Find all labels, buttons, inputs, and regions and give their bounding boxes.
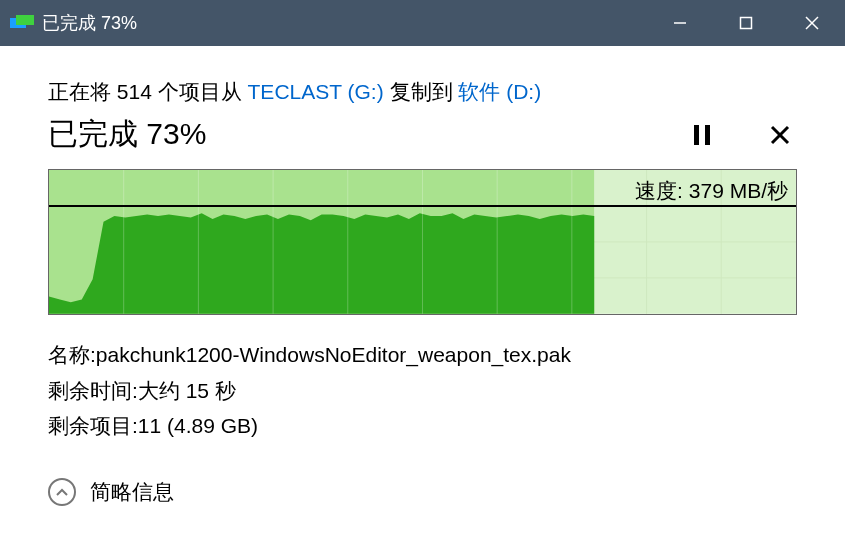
copy-middle: 复制到 xyxy=(384,80,459,103)
svg-rect-7 xyxy=(705,125,710,145)
brief-info-label: 简略信息 xyxy=(90,478,174,506)
copy-description: 正在将 514 个项目从 TECLAST (G:) 复制到 软件 (D:) xyxy=(48,78,797,106)
file-name-value: pakchunk1200-WindowsNoEditor_weapon_tex.… xyxy=(96,337,571,373)
time-remaining-row: 剩余时间: 大约 15 秒 xyxy=(48,373,797,409)
time-remaining-label: 剩余时间: xyxy=(48,373,138,409)
progress-controls xyxy=(691,124,797,146)
items-remaining-label: 剩余项目: xyxy=(48,408,138,444)
svg-rect-6 xyxy=(694,125,699,145)
time-remaining-value: 大约 15 秒 xyxy=(138,373,236,409)
maximize-button[interactable] xyxy=(713,0,779,46)
minimize-button[interactable] xyxy=(647,0,713,46)
file-name-row: 名称: pakchunk1200-WindowsNoEditor_weapon_… xyxy=(48,337,797,373)
copy-progress-icon xyxy=(10,14,34,32)
source-drive-link[interactable]: TECLAST (G:) xyxy=(248,80,384,103)
brief-info-toggle[interactable]: 简略信息 xyxy=(48,478,797,506)
progress-header: 已完成 73% xyxy=(48,114,797,155)
titlebar: 已完成 73% xyxy=(0,0,845,46)
progress-title: 已完成 73% xyxy=(48,114,206,155)
pause-button[interactable] xyxy=(691,124,713,146)
dest-drive-link[interactable]: 软件 (D:) xyxy=(458,80,541,103)
chevron-up-icon xyxy=(48,478,76,506)
items-remaining-value: 11 (4.89 GB) xyxy=(138,408,258,444)
speed-label: 速度: 379 MB/秒 xyxy=(635,177,788,205)
copy-prefix: 正在将 514 个项目从 xyxy=(48,80,248,103)
cancel-button[interactable] xyxy=(769,124,791,146)
speed-indicator-line xyxy=(49,205,796,207)
window-close-button[interactable] xyxy=(779,0,845,46)
speed-chart: 速度: 379 MB/秒 xyxy=(48,169,797,315)
items-remaining-row: 剩余项目: 11 (4.89 GB) xyxy=(48,408,797,444)
dialog-content: 正在将 514 个项目从 TECLAST (G:) 复制到 软件 (D:) 已完… xyxy=(0,46,845,506)
window-title: 已完成 73% xyxy=(42,11,647,35)
window-controls xyxy=(647,0,845,46)
file-name-label: 名称: xyxy=(48,337,96,373)
svg-rect-3 xyxy=(741,18,752,29)
svg-rect-1 xyxy=(16,15,34,25)
transfer-details: 名称: pakchunk1200-WindowsNoEditor_weapon_… xyxy=(48,337,797,444)
